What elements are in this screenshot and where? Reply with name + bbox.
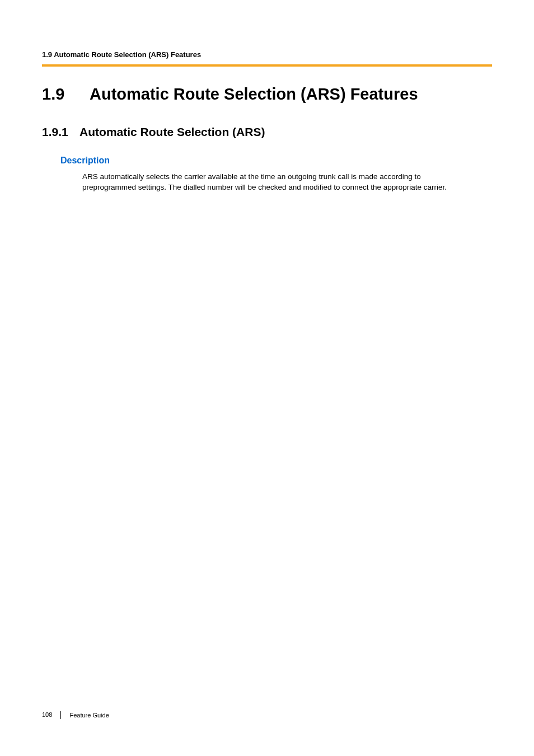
page-container: 1.9 Automatic Route Selection (ARS) Feat… xyxy=(0,0,534,756)
section-title-text: Automatic Route Selection (ARS) Features xyxy=(90,85,418,103)
subsection-number: 1.9.1 xyxy=(42,125,77,139)
description-heading: Description xyxy=(60,156,492,166)
description-body: ARS automatically selects the carrier av… xyxy=(82,171,470,193)
section-heading: 1.9 Automatic Route Selection (ARS) Feat… xyxy=(42,84,492,104)
running-header: 1.9 Automatic Route Selection (ARS) Feat… xyxy=(42,50,492,59)
subsection-title-text: Automatic Route Selection (ARS) xyxy=(79,125,265,138)
footer-label: Feature Guide xyxy=(69,712,109,719)
footer-divider xyxy=(60,711,61,719)
page-number: 108 xyxy=(42,711,52,718)
page-footer: 108 Feature Guide xyxy=(42,711,109,719)
header-rule xyxy=(42,64,492,67)
section-number: 1.9 xyxy=(42,84,86,104)
subsection-heading: 1.9.1 Automatic Route Selection (ARS) xyxy=(42,125,492,139)
